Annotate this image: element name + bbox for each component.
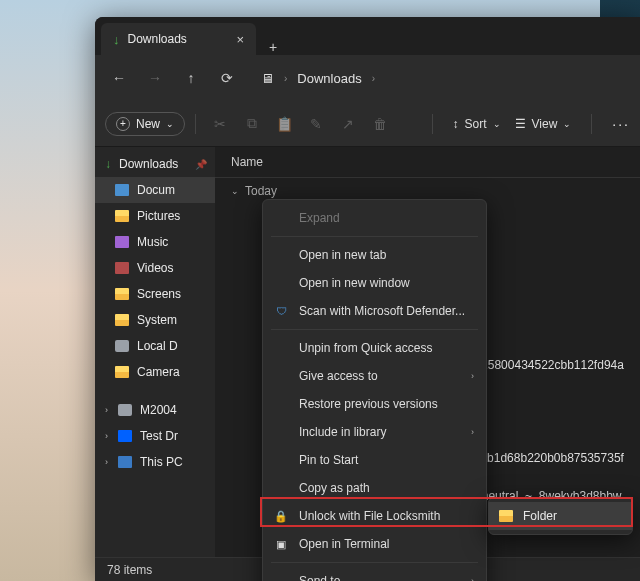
- sort-icon: ↕: [453, 117, 459, 131]
- delete-icon[interactable]: 🗑: [366, 116, 394, 132]
- chevron-right-icon: ›: [105, 457, 108, 467]
- dropbox-icon: [118, 430, 132, 442]
- folder-icon: [115, 184, 129, 196]
- toolbar: + New ⌄ ✂ ⧉ 📋 ✎ ↗ 🗑 ↕ Sort ⌄ ☰ View ⌄ ··…: [95, 101, 640, 147]
- ctx-unpin-quick-access[interactable]: Unpin from Quick access: [263, 334, 486, 362]
- sidebar-item-downloads[interactable]: ↓ Downloads 📌: [95, 151, 215, 177]
- ctx-give-access[interactable]: Give access to›: [263, 362, 486, 390]
- breadcrumb[interactable]: 🖥 › Downloads ›: [261, 71, 375, 86]
- close-icon[interactable]: ×: [236, 32, 244, 47]
- ctx-pin-to-start[interactable]: Pin to Start: [263, 446, 486, 474]
- submenu-new: Folder: [488, 497, 633, 535]
- ctx-include-library[interactable]: Include in library›: [263, 418, 486, 446]
- folder-icon: [499, 510, 513, 522]
- chevron-down-icon: ⌄: [231, 186, 239, 196]
- chevron-down-icon: ⌄: [563, 119, 571, 129]
- folder-icon: [115, 314, 129, 326]
- rename-icon[interactable]: ✎: [302, 116, 330, 132]
- sidebar-item-documents[interactable]: Docum: [95, 177, 215, 203]
- terminal-icon: ▣: [273, 536, 289, 552]
- column-header-name[interactable]: Name: [215, 147, 640, 178]
- chevron-down-icon: ⌄: [166, 119, 174, 129]
- monitor-icon: 🖥: [261, 71, 274, 86]
- sidebar-item-videos[interactable]: Videos: [95, 255, 215, 281]
- shield-icon: 🛡: [273, 303, 289, 319]
- sidebar-item-this-pc[interactable]: › This PC: [95, 449, 215, 475]
- pc-icon: [118, 456, 132, 468]
- view-button[interactable]: ☰ View ⌄: [515, 117, 572, 131]
- sidebar-item-system[interactable]: System: [95, 307, 215, 333]
- lock-icon: 🔒: [273, 508, 289, 524]
- share-icon[interactable]: ↗: [334, 116, 362, 132]
- folder-icon: [115, 210, 129, 222]
- chevron-right-icon: ›: [471, 576, 474, 581]
- pin-icon: 📌: [195, 159, 207, 170]
- nav-bar: ← → ↑ ⟳ 🖥 › Downloads ›: [95, 55, 640, 101]
- folder-icon: [115, 366, 129, 378]
- sidebar-item-m2004[interactable]: › M2004: [95, 397, 215, 423]
- tab-downloads[interactable]: ↓ Downloads ×: [101, 23, 256, 55]
- ctx-scan-defender[interactable]: 🛡Scan with Microsoft Defender...: [263, 297, 486, 325]
- tab-bar: ↓ Downloads × +: [95, 17, 640, 55]
- chevron-right-icon: ›: [471, 371, 474, 381]
- cut-icon[interactable]: ✂: [206, 116, 234, 132]
- context-menu: Expand Open in new tab Open in new windo…: [262, 199, 487, 581]
- chevron-right-icon: ›: [105, 405, 108, 415]
- paste-icon[interactable]: 📋: [270, 116, 298, 132]
- sort-button[interactable]: ↕ Sort ⌄: [453, 117, 501, 131]
- new-tab-button[interactable]: +: [256, 39, 290, 55]
- sidebar-item-screenshots[interactable]: Screens: [95, 281, 215, 307]
- sidebar-item-camera[interactable]: Camera: [95, 359, 215, 385]
- submenu-folder[interactable]: Folder: [489, 502, 632, 530]
- folder-icon: [115, 288, 129, 300]
- ctx-open-new-window[interactable]: Open in new window: [263, 269, 486, 297]
- ctx-open-new-tab[interactable]: Open in new tab: [263, 241, 486, 269]
- up-button[interactable]: ↑: [181, 70, 201, 86]
- sidebar-item-pictures[interactable]: Pictures: [95, 203, 215, 229]
- ctx-restore-versions[interactable]: Restore previous versions: [263, 390, 486, 418]
- chevron-right-icon: ›: [284, 73, 287, 84]
- ctx-send-to[interactable]: Send to›: [263, 567, 486, 581]
- sidebar: ↓ Downloads 📌 Docum Pictures Music Video…: [95, 147, 215, 557]
- forward-button[interactable]: →: [145, 70, 165, 86]
- ctx-unlock-locksmith[interactable]: 🔒Unlock with File Locksmith: [263, 502, 486, 530]
- disk-icon: [115, 340, 129, 352]
- music-icon: [115, 236, 129, 248]
- breadcrumb-location: Downloads: [297, 71, 361, 86]
- chevron-right-icon: ›: [471, 427, 474, 437]
- download-icon: ↓: [113, 32, 120, 47]
- ctx-open-terminal[interactable]: ▣Open in Terminal: [263, 530, 486, 558]
- download-icon: ↓: [105, 157, 111, 171]
- view-icon: ☰: [515, 117, 526, 131]
- copy-icon[interactable]: ⧉: [238, 115, 266, 132]
- item-count: 78 items: [107, 563, 152, 577]
- refresh-button[interactable]: ⟳: [217, 70, 237, 86]
- sidebar-item-music[interactable]: Music: [95, 229, 215, 255]
- more-button[interactable]: ···: [612, 116, 630, 132]
- ctx-expand: Expand: [263, 204, 486, 232]
- tab-title: Downloads: [128, 32, 187, 46]
- chevron-right-icon: ›: [372, 73, 375, 84]
- chevron-down-icon: ⌄: [493, 119, 501, 129]
- ctx-copy-as-path[interactable]: Copy as path: [263, 474, 486, 502]
- chevron-right-icon: ›: [105, 431, 108, 441]
- new-button[interactable]: + New ⌄: [105, 112, 185, 136]
- sidebar-item-test-drive[interactable]: › Test Dr: [95, 423, 215, 449]
- back-button[interactable]: ←: [109, 70, 129, 86]
- plus-icon: +: [116, 117, 130, 131]
- sidebar-item-local-disk[interactable]: Local D: [95, 333, 215, 359]
- disk-icon: [118, 404, 132, 416]
- video-icon: [115, 262, 129, 274]
